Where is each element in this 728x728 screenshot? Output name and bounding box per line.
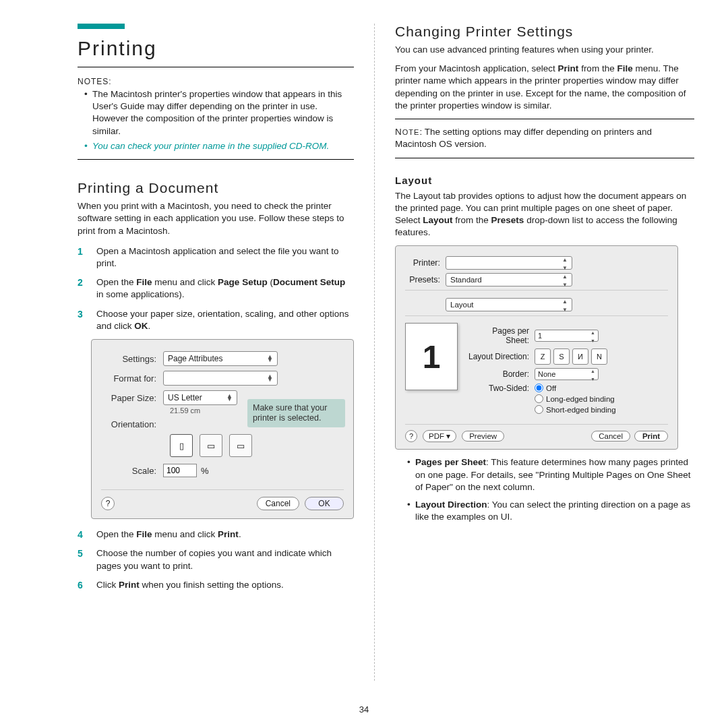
settings-select[interactable]: Page Attributes: [163, 351, 278, 366]
presets-select[interactable]: Standard: [446, 273, 572, 286]
callout-bubble: Make sure that your printer is selected.: [247, 399, 345, 427]
orientation-landscape-rev-button[interactable]: ▭: [229, 434, 252, 457]
cancel-button[interactable]: Cancel: [257, 497, 299, 510]
step-text: Open a Macintosh application and select …: [96, 246, 338, 268]
step-number: 4: [78, 528, 83, 541]
feature-lead: Layout Direction: [415, 499, 487, 510]
body-text: From your Macintosh application, select …: [395, 63, 694, 112]
page-number: 34: [0, 704, 728, 715]
settings-label: Settings:: [101, 354, 163, 364]
format-for-select[interactable]: [163, 371, 278, 386]
body-text: When you print with a Macintosh, you nee…: [78, 200, 354, 237]
step-item: 6Click Print when you finish setting the…: [78, 579, 354, 591]
updown-icon: [267, 355, 273, 363]
panel-select[interactable]: Layout: [446, 298, 572, 311]
border-select[interactable]: None: [535, 368, 599, 380]
two-sided-long-radio[interactable]: Long-edged binding: [535, 394, 616, 403]
border-label: Border:: [467, 369, 535, 379]
direction-n2-button[interactable]: N: [591, 348, 607, 365]
print-button[interactable]: Print: [634, 431, 668, 442]
feature-list: Pages per Sheet: This feature determines…: [407, 456, 694, 523]
select-value: None: [538, 370, 555, 378]
subsection-title: Printing a Document: [78, 180, 354, 196]
presets-label: Presets:: [405, 275, 446, 284]
page-setup-dialog: Settings: Page Attributes Format for: Pa…: [91, 339, 354, 519]
step-number: 1: [78, 245, 83, 258]
feature-item: Layout Direction: You can select the pri…: [407, 499, 694, 523]
page-title: Printing: [78, 37, 354, 60]
step-item: 1Open a Macintosh application and select…: [78, 245, 354, 270]
steps-list-cont: 4Open the File menu and click Print. 5Ch…: [78, 528, 354, 591]
direction-icon: N: [597, 353, 602, 361]
steps-list: 1Open a Macintosh application and select…: [78, 245, 354, 332]
paper-size-select[interactable]: US Letter: [163, 390, 237, 405]
notes-list: The Macintosh printer's properties windo…: [84, 88, 354, 152]
two-sided-short-radio[interactable]: Short-edged binding: [535, 405, 616, 414]
feature-lead: Pages per Sheet: [415, 457, 486, 467]
direction-icon: Z: [541, 353, 545, 361]
direction-z-button[interactable]: Z: [535, 348, 551, 365]
step-item: 2Open the File menu and click Page Setup…: [78, 276, 354, 301]
scale-pct: %: [201, 466, 209, 476]
direction-icon: S: [559, 353, 564, 361]
step-number: 6: [78, 579, 83, 592]
updown-icon: [267, 375, 273, 382]
step-number: 5: [78, 547, 83, 560]
dir-label: Layout Direction:: [467, 352, 535, 361]
select-value: US Letter: [168, 393, 202, 402]
printer-select[interactable]: [446, 256, 572, 270]
body-text: You can use advanced printing features w…: [395, 44, 694, 56]
direction-n1-button[interactable]: И: [572, 348, 588, 365]
pps-label: Pages per Sheet:: [467, 326, 535, 345]
pdf-button[interactable]: PDF ▾: [423, 430, 456, 442]
two-sided-label: Two-Sided:: [467, 384, 535, 393]
direction-icon: И: [578, 353, 583, 361]
help-button[interactable]: ?: [405, 430, 417, 442]
landscape-icon: ▭: [207, 441, 215, 451]
divider: [78, 67, 354, 67]
radio-label: Short-edged binding: [546, 406, 616, 414]
step-number: 2: [78, 276, 83, 289]
updown-icon: [226, 394, 233, 402]
updown-icon: [562, 255, 568, 271]
ok-button[interactable]: OK: [305, 497, 344, 510]
two-sided-off-radio[interactable]: Off: [535, 384, 616, 392]
updown-icon: [590, 366, 595, 382]
step-item: 5Choose the number of copies you want an…: [78, 547, 354, 572]
note-item: The Macintosh printer's properties windo…: [84, 88, 354, 138]
feature-item: Pages per Sheet: This feature determines…: [407, 456, 694, 493]
step-item: 3Choose your paper size, orientation, sc…: [78, 308, 354, 332]
divider: [395, 158, 694, 158]
direction-s-button[interactable]: S: [553, 348, 570, 365]
help-button[interactable]: ?: [101, 497, 115, 510]
paper-size-label: Paper Size:: [101, 393, 163, 403]
step-number: 3: [78, 308, 83, 321]
scale-label: Scale:: [101, 466, 163, 476]
note-box: NOTE: The setting options may differ dep…: [395, 126, 694, 150]
layout-heading: Layout: [395, 175, 694, 186]
select-value: Standard: [450, 276, 482, 284]
updown-icon: [562, 272, 568, 288]
scale-input[interactable]: [163, 464, 197, 477]
updown-icon: [562, 297, 568, 313]
radio-label: Long-edged binding: [546, 395, 615, 403]
accent-bar: [78, 24, 125, 29]
preview-thumb: 1: [405, 323, 458, 390]
subsection-title: Changing Printer Settings: [395, 24, 694, 40]
pps-select[interactable]: 1: [535, 330, 599, 342]
portrait-icon: ▯: [179, 441, 184, 451]
select-value: 1: [538, 332, 542, 340]
step-item: 4Open the File menu and click Print.: [78, 528, 354, 541]
cancel-button[interactable]: Cancel: [591, 431, 630, 442]
select-value: Page Attributes: [168, 354, 222, 363]
radio-label: Off: [546, 384, 556, 392]
notes-label: NOTES:: [78, 77, 354, 86]
note-item: You can check your printer name in the s…: [84, 140, 354, 152]
step-text: Choose the number of copies you want and…: [96, 548, 332, 570]
orientation-label: Orientation:: [101, 419, 163, 429]
divider: [78, 159, 354, 160]
orientation-landscape-button[interactable]: ▭: [200, 434, 222, 457]
preview-button[interactable]: Preview: [462, 431, 504, 442]
orientation-portrait-button[interactable]: ▯: [170, 434, 193, 457]
printer-label: Printer:: [405, 258, 446, 268]
